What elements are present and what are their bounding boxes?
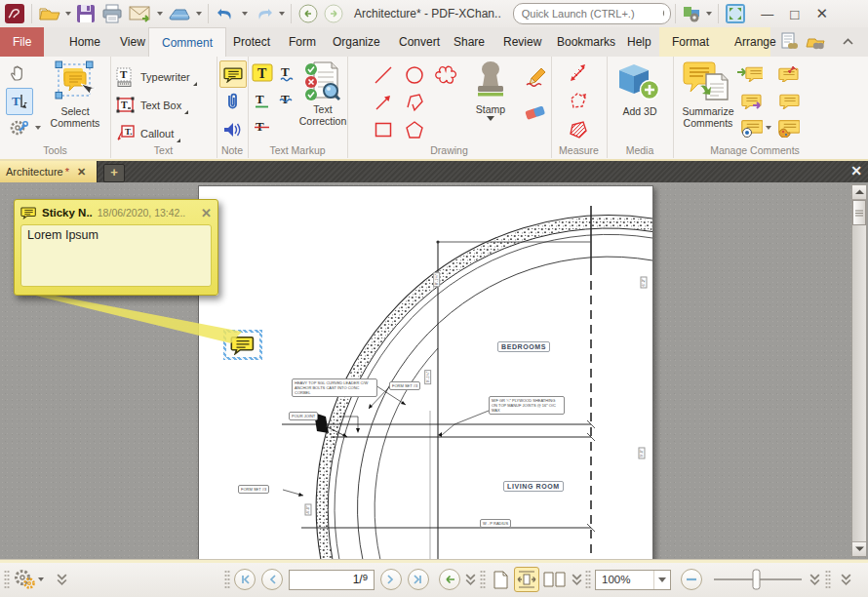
open-file-dropdown[interactable]	[65, 12, 71, 16]
underline-text-button[interactable]: T	[250, 88, 275, 113]
collapse-ribbon-button[interactable]	[835, 27, 861, 57]
strikeout-text-button[interactable]: T	[250, 115, 275, 140]
close-button[interactable]: ✕	[809, 5, 836, 22]
sticky-note-popup-body[interactable]: Lorem Ipsum	[20, 224, 212, 287]
sticky-note-button[interactable]	[219, 60, 247, 88]
vertical-scrollbar[interactable]	[851, 184, 867, 557]
hand-tool-button[interactable]	[6, 60, 31, 86]
quick-launch-search[interactable]	[513, 3, 671, 24]
callout-more[interactable]	[177, 139, 180, 142]
rectangle-tool-button[interactable]	[371, 117, 396, 142]
single-page-layout-button[interactable]	[488, 569, 513, 590]
callout-button[interactable]: T. Callout	[116, 121, 180, 146]
tool-settings-button[interactable]	[6, 115, 31, 140]
redo-button[interactable]	[253, 3, 274, 24]
zoom-level-select[interactable]: 100%	[595, 569, 671, 590]
next-comment-button[interactable]	[737, 60, 763, 86]
sticky-note-popup[interactable]: Sticky N.. 18/06/2020, 13:42.. ✕ Lorem I…	[14, 199, 218, 296]
area-tool-button[interactable]	[566, 117, 591, 142]
typewriter-button[interactable]: T Typewriter	[116, 64, 197, 90]
sticky-note-popup-close-icon[interactable]: ✕	[201, 206, 212, 220]
eraser-tool-button[interactable]	[523, 100, 548, 125]
oval-tool-button[interactable]	[402, 62, 427, 88]
show-comments-dropdown[interactable]	[766, 126, 771, 130]
close-all-documents-button[interactable]: ✕	[850, 163, 862, 179]
stamp-button[interactable]: Stamp	[462, 60, 519, 121]
ui-options-dropdown[interactable]	[706, 12, 712, 16]
zoom-slider[interactable]	[712, 569, 804, 590]
export-comment-button[interactable]	[737, 88, 763, 113]
new-tab-button[interactable]: +	[103, 164, 125, 182]
fit-width-layout-button[interactable]	[514, 569, 539, 590]
text-box-more[interactable]	[184, 110, 188, 114]
sticky-note-popup-header[interactable]: Sticky N.. 18/06/2020, 13:42.. ✕	[15, 200, 217, 223]
zoom-options-button[interactable]	[809, 569, 820, 590]
history-forward-button[interactable]	[324, 3, 343, 24]
zoom-slider-handle[interactable]	[753, 570, 760, 589]
document-tab-architecture[interactable]: Architecture * ✕	[0, 161, 98, 182]
scroll-up-button[interactable]	[852, 185, 866, 200]
maximize-button[interactable]: □	[781, 6, 809, 22]
polygon-tool-button[interactable]	[402, 117, 427, 142]
more-tools-button[interactable]	[841, 569, 851, 590]
arrow-tool-button[interactable]	[371, 90, 396, 115]
line-tool-button[interactable]	[371, 62, 396, 88]
status-options-button[interactable]	[13, 569, 46, 590]
ui-options-button[interactable]	[683, 3, 701, 24]
comment-styles-button[interactable]	[774, 115, 800, 140]
summarize-comments-button[interactable]: Summarize Comments	[673, 60, 743, 129]
last-page-button[interactable]	[408, 569, 429, 590]
select-comments-button[interactable]: Select Comments	[43, 60, 107, 129]
highlight-text-button[interactable]: T	[250, 60, 275, 86]
select-text-tool-button[interactable]: T	[6, 88, 33, 115]
previous-page-button[interactable]	[261, 569, 283, 590]
undo-button[interactable]	[216, 3, 237, 24]
email-button[interactable]	[129, 3, 152, 24]
squiggly-underline-button[interactable]: T	[275, 60, 300, 86]
quick-launch-input[interactable]	[520, 7, 662, 20]
minimize-button[interactable]: —	[754, 7, 781, 21]
two-page-layout-button[interactable]	[542, 569, 568, 590]
pdf-page[interactable]: BEDROOMS LIVING ROOM HEAVY TOP SGL CURVE…	[198, 185, 653, 559]
save-button[interactable]	[76, 3, 96, 24]
find-folder-button[interactable]	[802, 27, 829, 57]
expand-toolbar-button[interactable]	[57, 569, 67, 590]
strikeout-squiggly-button[interactable]: T	[275, 88, 300, 113]
scrollbar-thumb[interactable]	[852, 200, 866, 225]
tab-organize[interactable]: Organize	[320, 27, 393, 57]
scan-button[interactable]	[168, 3, 191, 24]
status-options-dropdown[interactable]	[38, 577, 44, 581]
tab-file[interactable]: File	[0, 27, 44, 57]
next-page-button[interactable]	[380, 569, 402, 590]
redo-dropdown[interactable]	[279, 12, 285, 16]
pencil-tool-button[interactable]	[523, 64, 548, 90]
document-tab-close-icon[interactable]: ✕	[77, 166, 86, 179]
pin-comment-button[interactable]	[774, 60, 800, 86]
layout-options-button[interactable]	[572, 569, 582, 590]
scroll-down-button[interactable]	[852, 541, 866, 556]
add-3d-button[interactable]: Add 3D	[612, 62, 668, 117]
find-document-button[interactable]	[776, 27, 802, 57]
print-button[interactable]	[101, 3, 123, 24]
text-box-button[interactable]: T Text Box	[116, 93, 188, 118]
open-file-button[interactable]	[39, 3, 60, 24]
page-number-input[interactable]: 1 / 9	[289, 569, 375, 590]
distance-tool-button[interactable]	[566, 60, 591, 86]
tab-help[interactable]: Help	[614, 27, 664, 57]
scan-dropdown[interactable]	[196, 12, 202, 16]
polygon-line-tool-button[interactable]	[402, 90, 427, 115]
tab-format[interactable]: Format	[659, 27, 722, 57]
email-dropdown[interactable]	[157, 12, 163, 16]
comment-plain-button[interactable]	[774, 88, 800, 113]
history-back-button[interactable]	[298, 3, 318, 24]
typewriter-more[interactable]	[193, 82, 197, 86]
tab-home[interactable]: Home	[57, 27, 113, 57]
zoom-out-button[interactable]	[681, 569, 702, 590]
perimeter-tool-button[interactable]	[566, 89, 591, 114]
first-page-button[interactable]	[234, 569, 256, 590]
text-correction-button[interactable]: Text Correction	[298, 60, 347, 127]
tab-share[interactable]: Share	[441, 27, 497, 57]
tab-protect[interactable]: Protect	[220, 27, 283, 57]
fullscreen-button[interactable]	[726, 3, 745, 24]
tool-settings-dropdown[interactable]	[35, 126, 41, 130]
